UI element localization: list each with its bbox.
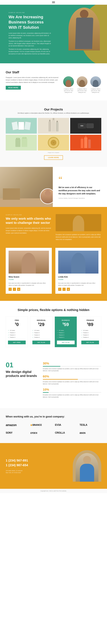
- partner-sony: SONY: [6, 430, 27, 436]
- linda-twitter-icon[interactable]: t: [63, 288, 66, 291]
- project-item-6[interactable]: [70, 135, 101, 150]
- feature-free-4: Feature 4: [8, 336, 26, 338]
- linda-facebook-icon[interactable]: f: [58, 288, 61, 291]
- contact-phone-1: 1 (234) 567-891: [6, 458, 69, 463]
- price-label-business: Business: [57, 320, 75, 321]
- price-card-premium: Premium $89 15 Users Feature 2 Feature 3…: [79, 316, 101, 347]
- projects-section: Our Projects Info About caption or descr…: [0, 100, 107, 167]
- project-item-2[interactable]: [38, 118, 69, 134]
- challenge-section: SAMPLE HEADLINE We only work with client…: [0, 207, 107, 248]
- feature-biz-4: Feature 4: [57, 336, 75, 338]
- challenge-right-content: Excepteur sint occaecat cupidatat non pr…: [56, 214, 101, 241]
- partners-grid: amazon ◆ BINANCE EV3A TESLA SONY crocs C…: [6, 422, 101, 436]
- partners-section: When working with us, you’re in good com…: [0, 408, 107, 443]
- contact-address: 125 State Street, 12 Avenuue New York, N…: [6, 470, 69, 474]
- feature-biz-1: 15 Users: [57, 329, 75, 332]
- feature-biz-2: Feature 2: [57, 332, 75, 334]
- nina-photo: [8, 251, 49, 274]
- challenge-sample-label: SAMPLE HEADLINE: [6, 214, 51, 216]
- partner-ev3a: EV3A: [55, 422, 77, 428]
- price-button-free[interactable]: GET FREE: [8, 340, 26, 344]
- nina-bio: Duis aute irure dolor in reprehenderit i…: [8, 282, 49, 286]
- feature-prem-1: 15 Users: [81, 329, 99, 332]
- pricing-grid: Free $0 15 Users Feature 2 Feature 3 Fea…: [6, 316, 101, 347]
- nina-role: Founder: [8, 278, 49, 281]
- nina-twitter-icon[interactable]: t: [13, 288, 16, 291]
- nina-instagram-icon[interactable]: ig: [17, 288, 20, 291]
- hero-section: SAMPLE HEADLINE We Are Increasing Busine…: [0, 5, 107, 63]
- design-section: 01 We design digital products and brands…: [0, 354, 107, 408]
- bar-text-2: Excepteur sint occaecat cupidatat non pr…: [43, 381, 101, 385]
- price-card-free: Free $0 15 Users Feature 2 Feature 3 Fea…: [6, 316, 28, 347]
- project-item-1[interactable]: [6, 118, 37, 134]
- team-section: Nina Scavo Founder Duis aute irure dolor…: [0, 248, 107, 301]
- feature-ind-1: 15 Users: [32, 329, 50, 332]
- address-line-2: New York, NY 07202-0100: [6, 472, 69, 474]
- project-item-5[interactable]: ★: [38, 135, 69, 150]
- staff-section: Our Staff Paragraph. Lorem ipsum dolor s…: [0, 63, 107, 100]
- bar-percent-3: 10%: [43, 388, 49, 392]
- price-button-premium[interactable]: GET PLAN: [81, 340, 99, 344]
- partner-amazon: amazon: [6, 422, 27, 428]
- feature-free-1: 15 Users: [8, 329, 26, 332]
- project-item-4[interactable]: [6, 135, 37, 150]
- design-number: 01: [6, 362, 37, 368]
- hamburger-menu[interactable]: [52, 2, 55, 3]
- contact-info: 1 (234) 567-891 1 (234) 987-654 125 Stat…: [6, 458, 69, 474]
- linda-photo: [58, 251, 99, 274]
- staff-read-more-button[interactable]: READ MORE: [6, 86, 21, 90]
- bar-percent-2: 60%: [43, 374, 49, 378]
- challenge-left-content: SAMPLE HEADLINE We only work with client…: [6, 214, 51, 234]
- price-amount-business: $59: [57, 322, 75, 327]
- challenge-para-left: Lorem ipsum dolor sit amet, consectetur …: [6, 227, 51, 234]
- hero-para2: Tincidunt mi ac eleifend consequat, nec …: [8, 40, 51, 47]
- bar-fill-1: [43, 366, 60, 366]
- nina-facebook-icon[interactable]: f: [8, 288, 12, 291]
- price-button-business[interactable]: GET PLAN: [57, 340, 75, 344]
- partner-binance: ◆ BINANCE: [30, 422, 52, 428]
- hero-para3: Tincidunt mi sit amet, consectetur adipi…: [8, 48, 51, 55]
- staff-description: Paragraph. Lorem ipsum dolor sit amet, c…: [6, 76, 59, 84]
- quote-body: We’ve seen a lot of efficiency in our wo…: [59, 186, 101, 195]
- bar-fill-2: [43, 379, 78, 380]
- feature-ind-4: Feature 4: [32, 336, 50, 338]
- price-button-individual[interactable]: GET PLAN: [32, 340, 50, 344]
- design-right: 30% Excepteur sint occaecat cupidatat no…: [43, 362, 101, 401]
- project-item-3[interactable]: [70, 118, 101, 134]
- price-amount-premium: $89: [81, 322, 99, 327]
- staff-member-2-text: Longname Click to open the bio. Start ca…: [76, 88, 88, 93]
- phone-link-1[interactable]: 1 (234) 567-891: [6, 459, 28, 462]
- staff-title: Our Staff: [6, 70, 101, 74]
- projects-learn-more-button[interactable]: LEARN MORE: [44, 155, 63, 160]
- price-dollar-free: $: [15, 322, 16, 325]
- challenge-title: We only work with clients who want to ch…: [6, 217, 51, 225]
- design-title: We design digital products and brands: [6, 370, 37, 378]
- quote-image: [0, 167, 53, 207]
- partner-crocs: crocs: [30, 430, 52, 436]
- pricing-section: Simple prices, flexible options & nothin…: [0, 301, 107, 354]
- features-list-premium: 15 Users Feature 2 Feature 3 Feature 4: [81, 329, 99, 338]
- price-amount-individual: $29: [32, 322, 50, 327]
- team-grid: Nina Scavo Founder Duis aute irure dolor…: [6, 248, 101, 294]
- price-label-premium: Premium: [81, 320, 99, 321]
- feature-free-3: Feature 3: [8, 334, 26, 336]
- hero-title: We Are Increasing Business Success With …: [8, 14, 51, 30]
- feature-free-2: Feature 2: [8, 332, 26, 334]
- linda-instagram-icon[interactable]: ig: [67, 288, 70, 291]
- staff-avatar-1: [63, 76, 74, 87]
- team-card-linda: Linda Kim Founder Duis aute irure dolor …: [55, 248, 102, 294]
- challenge-para-right: Excepteur sint occaecat cupidatat non pr…: [56, 234, 101, 241]
- feature-ind-2: Feature 2: [32, 332, 50, 334]
- partner-tesla: TESLA: [80, 422, 102, 428]
- staff-member-3: Longname Click to open the bio. Start ca…: [90, 76, 101, 93]
- partner-crolla: CROLLA: [55, 430, 77, 436]
- phone-link-2[interactable]: 1 (234) 987-654: [6, 463, 28, 467]
- projects-grid: ★: [6, 118, 101, 150]
- navigation: [0, 0, 107, 5]
- bar-percent-1: 30%: [43, 362, 49, 365]
- quote-section: “ We’ve seen a lot of efficiency in our …: [0, 167, 107, 207]
- contact-person-shape: [73, 450, 101, 482]
- pricing-title: Simple prices, flexible options & nothin…: [6, 308, 101, 312]
- staff-photos-container: Longname Click to open the bio. Start ca…: [63, 76, 101, 93]
- projects-title: Our Projects: [6, 108, 101, 111]
